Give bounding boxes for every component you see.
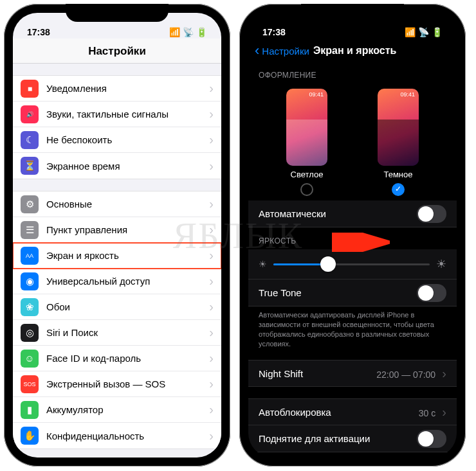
battery-icon: 🔋 [432,27,443,37]
row-icon: ◎ [21,324,39,342]
row-icon: ☾ [21,131,39,149]
row-label: Звуки, тактильные сигналы [46,109,205,120]
row-icon: ⚙ [21,195,39,213]
settings-list[interactable]: ◼︎Уведомления›🔊Звуки, тактильные сигналы… [13,64,221,457]
settings-row[interactable]: ◉Универсальный доступ› [13,269,221,294]
sun-high-icon: ☀︎ [436,257,446,271]
settings-row[interactable]: ☾Не беспокоить› [13,127,221,153]
row-icon: ⏳ [21,157,39,175]
row-label: Экранное время [46,161,205,172]
label: Автоблокировка [259,407,331,418]
chevron-right-icon: › [205,377,214,391]
chevron-right-icon: › [205,197,214,211]
toggle-raise-to-wake[interactable] [417,430,446,448]
settings-row[interactable]: ▮Аккумулятор› [13,397,221,423]
row-icon: ❀ [21,298,39,316]
row-icon: ☰ [21,221,39,239]
toggle-true-tone[interactable] [417,284,446,302]
settings-row[interactable]: ❀Обои› [13,294,221,320]
settings-row[interactable]: AAЭкран и яркость› [13,243,221,269]
chevron-right-icon: › [205,429,214,443]
chevron-right-icon: › [205,81,214,96]
status-time: 17:38 [262,27,286,37]
nav-title: Настройки [13,39,221,64]
row-true-tone[interactable]: True Tone [248,280,457,307]
label: Поднятие для активации [259,433,370,444]
row-label: Face ID и код-пароль [46,353,205,364]
chevron-right-icon: › [205,222,214,237]
brightness-slider-row: ☀︎ ☀︎ [248,249,457,280]
night-shift-value: 22:00 — 07:00 [376,369,435,380]
back-button[interactable]: ‹ Настройки [255,44,309,58]
settings-row[interactable]: ☺Face ID и код-пароль› [13,346,221,371]
nav-bar: ‹ Настройки Экран и яркость [248,39,457,62]
radio-dark[interactable] [392,183,405,196]
row-label: Основные [46,199,205,209]
row-auto-lock[interactable]: Автоблокировка 30 с › [248,398,457,425]
signal-icon: 📶 [169,27,180,37]
appearance-option-light[interactable]: 09:41 Светлое [286,89,327,198]
row-night-shift[interactable]: Night Shift 22:00 — 07:00 › [248,360,457,387]
brightness-slider[interactable] [273,263,430,265]
nav-title: Экран и яркость [313,45,397,57]
settings-row[interactable]: ◎Siri и Поиск› [13,320,221,346]
row-label: Обои [46,301,205,312]
chevron-right-icon: › [205,107,214,121]
chevron-right-icon: › [205,402,214,417]
radio-light[interactable] [300,183,313,196]
label: True Tone [259,287,302,298]
toggle-automatic[interactable] [417,205,446,223]
preview-light: 09:41 [286,89,327,166]
row-label: Уведомления [46,83,205,94]
row-label: Siri и Поиск [46,327,205,338]
chevron-right-icon: › [205,159,214,173]
settings-row[interactable]: 🔊Звуки, тактильные сигналы› [13,102,221,127]
annotation-arrow [332,233,390,252]
settings-row[interactable]: ⏳Экранное время› [13,153,221,179]
row-icon: ◼︎ [21,80,39,98]
phone-right: 17:38 📶 📡 🔋 ‹ Настройки Экран и яркость … [239,4,466,467]
row-icon: ✋ [21,427,39,445]
chevron-right-icon: › [438,405,446,419]
settings-row[interactable]: SOSЭкстренный вызов — SOS› [13,371,221,397]
row-automatic[interactable]: Автоматически [248,200,457,227]
settings-row[interactable]: ⚙Основные› [13,191,221,217]
chevron-left-icon: ‹ [255,44,259,58]
preview-dark: 09:41 [378,89,419,166]
appearance-picker: 09:41 Светлое 09:41 Темное [248,84,457,200]
row-icon: SOS [21,375,39,393]
wifi-icon: 📡 [418,27,429,37]
chevron-right-icon: › [205,132,214,147]
chevron-right-icon: › [205,325,214,340]
row-icon: AA [21,247,39,265]
chevron-right-icon: › [205,299,214,314]
row-label: Аккумулятор [46,404,205,415]
settings-row[interactable]: ☰Пункт управления› [13,217,221,243]
status-indicators: 📶 📡 🔋 [405,27,443,37]
phone-left: 17:38 📶 📡 🔋 Настройки ◼︎Уведомления›🔊Зву… [4,4,230,467]
row-raise-to-wake[interactable]: Поднятие для активации [248,425,457,452]
signal-icon: 📶 [405,27,416,37]
back-label: Настройки [262,46,309,57]
row-icon: ◉ [21,272,39,290]
chevron-right-icon: › [205,351,214,366]
settings-row[interactable]: ✋Конфиденциальность› [13,423,221,449]
battery-icon: 🔋 [196,27,207,37]
appearance-label-light: Светлое [286,170,327,179]
sun-low-icon: ☀︎ [259,259,267,269]
screen-settings: 17:38 📶 📡 🔋 Настройки ◼︎Уведомления›🔊Зву… [13,13,221,458]
section-header-appearance: ОФОРМЛЕНИЕ [248,62,457,84]
chevron-right-icon: › [438,366,446,380]
appearance-option-dark[interactable]: 09:41 Темное [378,89,419,198]
notch [66,4,169,22]
row-label: Универсальный доступ [46,276,205,287]
row-label: Не беспокоить [46,134,205,145]
wifi-icon: 📡 [183,27,194,37]
status-indicators: 📶 📡 🔋 [169,27,207,37]
chevron-right-icon: › [205,248,214,263]
row-label: Экран и яркость [46,250,205,261]
screen-display: 17:38 📶 📡 🔋 ‹ Настройки Экран и яркость … [248,13,457,458]
row-label: Экстренный вызов — SOS [46,378,205,389]
settings-row[interactable]: ◼︎Уведомления› [13,76,221,102]
status-time: 17:38 [27,27,50,37]
